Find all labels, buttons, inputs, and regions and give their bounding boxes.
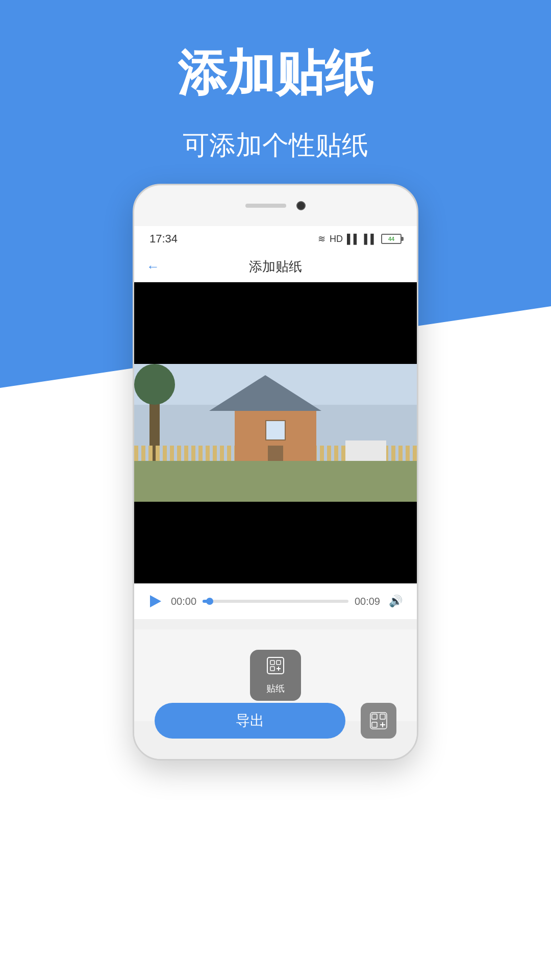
hd-label: HD	[330, 234, 343, 244]
status-time: 17:34	[149, 232, 178, 246]
phone-camera	[296, 201, 306, 210]
time-end: 00:09	[355, 596, 380, 607]
battery-level: 44	[388, 236, 394, 242]
house-scene	[134, 364, 417, 502]
wifi-icon: ≋	[318, 233, 325, 244]
sub-title: 可添加个性贴纸	[0, 128, 551, 163]
nav-title: 添加贴纸	[249, 258, 302, 276]
volume-button[interactable]: 🔊	[386, 592, 405, 610]
player-controls: 00:00 00:09 🔊	[134, 583, 417, 619]
svg-rect-7	[372, 714, 377, 719]
add-sticker-button[interactable]	[361, 703, 396, 739]
video-bottom-black	[134, 502, 417, 583]
svg-rect-8	[380, 714, 385, 719]
progress-handle[interactable]	[206, 598, 213, 605]
svg-rect-6	[370, 713, 387, 729]
sticker-add-icon	[266, 656, 285, 679]
sticker-tool-button[interactable]: 贴纸	[250, 650, 301, 701]
sticker-tool-label: 贴纸	[266, 682, 285, 695]
main-title: 添加贴纸	[0, 41, 551, 107]
phone-frame: 17:34 ≋ HD ▌▌ ▌▌ 44 ← 添加贴纸	[133, 184, 418, 761]
signal1-icon: ▌▌	[347, 234, 360, 244]
back-button[interactable]: ←	[146, 259, 160, 275]
export-button[interactable]: 导出	[155, 703, 345, 739]
house-window	[265, 420, 286, 440]
svg-rect-9	[372, 722, 377, 727]
svg-rect-1	[270, 660, 274, 665]
header-section: 添加贴纸 可添加个性贴纸	[0, 41, 551, 163]
svg-rect-3	[270, 667, 274, 671]
ground	[134, 461, 417, 502]
bottom-action-bar: 导出	[134, 703, 417, 739]
volume-icon: 🔊	[389, 595, 403, 608]
house-roof	[209, 375, 321, 411]
svg-rect-2	[277, 660, 281, 665]
play-icon	[150, 595, 161, 607]
phone-speaker	[245, 204, 286, 208]
status-icons: ≋ HD ▌▌ ▌▌ 44	[318, 233, 402, 244]
video-frame	[134, 364, 417, 502]
status-bar: 17:34 ≋ HD ▌▌ ▌▌ 44	[134, 226, 417, 252]
battery-icon: 44	[381, 234, 402, 244]
signal2-icon: ▌▌	[364, 234, 377, 244]
play-button[interactable]	[146, 592, 165, 610]
time-start: 00:00	[171, 596, 196, 607]
svg-rect-0	[267, 657, 284, 674]
video-area	[134, 282, 417, 583]
video-top-black	[134, 282, 417, 364]
nav-bar: ← 添加贴纸	[134, 252, 417, 282]
export-label: 导出	[236, 711, 264, 730]
add-sticker-icon	[370, 712, 387, 729]
progress-bar[interactable]	[203, 600, 348, 603]
phone-top-bar	[134, 185, 417, 226]
